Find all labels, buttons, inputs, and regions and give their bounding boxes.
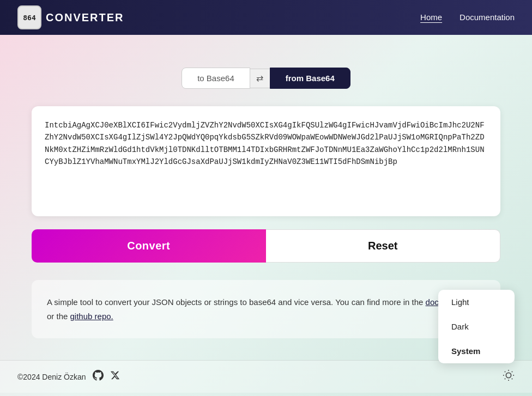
theme-dropdown: Light Dark System <box>438 290 515 363</box>
svg-line-7 <box>505 379 505 379</box>
svg-line-4 <box>512 379 512 379</box>
logo-text: CONVERTER <box>46 11 124 24</box>
nav-logo: 864 CONVERTER <box>17 5 124 29</box>
nav-link-home[interactable]: Home <box>420 13 442 22</box>
home-link[interactable]: Home <box>420 13 442 22</box>
twitter-x-icon[interactable] <box>110 370 120 383</box>
github-icon[interactable] <box>93 370 104 383</box>
action-buttons: Convert Reset <box>32 229 500 263</box>
theme-option-dark[interactable]: Dark <box>438 314 515 339</box>
footer-left: ©2024 Deniz Özkan <box>17 370 120 383</box>
tab-from-base64[interactable]: from Base64 <box>270 68 350 89</box>
navbar: 864 CONVERTER Home Documentation <box>0 0 532 35</box>
reset-button[interactable]: Reset <box>266 229 501 263</box>
nav-link-docs[interactable]: Documentation <box>460 13 515 22</box>
theme-option-system[interactable]: System <box>438 339 515 363</box>
docs-link[interactable]: Documentation <box>460 13 515 22</box>
logo-badge: 864 <box>17 5 41 29</box>
info-section: A simple tool to convert your JSON objec… <box>32 280 500 338</box>
tab-switcher: to Base64 ⇄ from Base64 <box>32 68 500 89</box>
main-input[interactable]: IntcbiAgAgXCJ0eXBlXCI6IFwic2VydmljZVZhY2… <box>45 119 487 201</box>
input-container: IntcbiAgAgXCJ0eXBlXCI6IFwic2VydmljZVZhY2… <box>32 106 500 216</box>
svg-point-0 <box>506 373 511 377</box>
github-repo-link[interactable]: github repo. <box>70 312 113 321</box>
svg-line-3 <box>505 371 505 372</box>
footer: ©2024 Deniz Özkan <box>0 360 532 393</box>
swap-icon: ⇄ <box>256 73 263 83</box>
theme-option-light[interactable]: Light <box>438 290 515 314</box>
convert-button[interactable]: Convert <box>32 229 266 263</box>
copyright-text: ©2024 Deniz Özkan <box>17 373 86 381</box>
info-text: A simple tool to convert your JSON objec… <box>47 295 485 323</box>
tab-to-base64[interactable]: to Base64 <box>182 68 250 89</box>
swap-button[interactable]: ⇄ <box>250 69 270 88</box>
main-content: to Base64 ⇄ from Base64 IntcbiAgAgXCJ0eX… <box>21 35 511 360</box>
theme-toggle-button[interactable] <box>503 369 515 384</box>
nav-links: Home Documentation <box>420 13 515 22</box>
svg-line-8 <box>512 371 512 372</box>
logo-number: 864 <box>23 14 35 22</box>
